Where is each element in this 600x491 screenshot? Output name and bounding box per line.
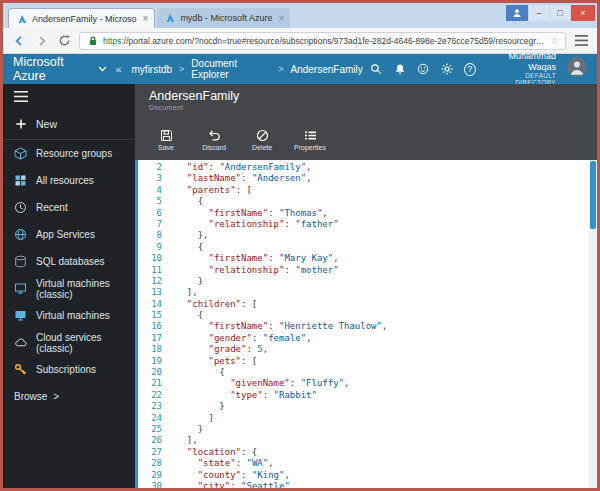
sidebar-item-cloud-services-classic[interactable]: Cloud services (classic) [3, 329, 135, 356]
code-line[interactable]: "type": "Rabbit" [176, 390, 597, 401]
tab-andersenfamily[interactable]: AndersenFamily - Microso × [8, 8, 155, 28]
tab-close-icon[interactable]: × [141, 13, 149, 24]
discard-button[interactable]: Discard [191, 123, 237, 156]
button-label: Delete [252, 144, 272, 151]
code-line[interactable]: "givenName": "Fluffy", [176, 378, 597, 389]
line-number: 25 [138, 424, 162, 435]
code-line[interactable]: ] [176, 413, 597, 424]
sidebar-item-app-services[interactable]: App Services [3, 221, 135, 248]
code-line[interactable]: ], [176, 287, 597, 298]
search-icon[interactable] [370, 62, 383, 76]
code-line[interactable]: "state": "WA", [176, 458, 597, 469]
code-line[interactable]: "firstName": "Mary Kay", [176, 253, 597, 264]
code-line[interactable]: { [176, 310, 597, 321]
sidebar-item-virtual-machines[interactable]: Virtual machines [3, 302, 135, 329]
sidebar-item-all-resources[interactable]: All resources [3, 167, 135, 194]
line-number: 6 [138, 208, 162, 219]
sidebar-item-label: Browse [14, 391, 47, 402]
back-icon[interactable] [10, 32, 27, 49]
code-line[interactable]: "parents": [ [176, 185, 597, 196]
address-bar[interactable]: https://portal.azure.com/?nocdn=true#res… [79, 32, 566, 50]
code-line[interactable]: "firstName": "Henriette Thaulow", [176, 321, 597, 332]
code-line[interactable]: "firstName": "Thomas", [176, 208, 597, 219]
code-line[interactable]: "children": [ [176, 299, 597, 310]
sidebar-item-subscriptions[interactable]: Subscriptions [3, 356, 135, 383]
breadcrumb-item-andersenfamily[interactable]: AndersenFamily [291, 64, 363, 75]
notifications-bell-icon[interactable] [393, 62, 406, 76]
line-number: 28 [138, 458, 162, 469]
sidebar-item-label: Recent [36, 202, 68, 213]
browser-menu-icon[interactable] [572, 32, 590, 50]
refresh-icon[interactable] [56, 32, 73, 49]
sidebar-item-virtual-machines-classic[interactable]: Virtual machines (classic) [3, 275, 135, 302]
chevron-down-icon[interactable] [98, 66, 107, 72]
save-button[interactable]: Save [143, 123, 189, 156]
line-number: 23 [138, 401, 162, 412]
code-line[interactable]: } [176, 276, 597, 287]
delete-button[interactable]: Delete [239, 123, 285, 156]
code-line[interactable]: "lastName": "Andersen", [176, 173, 597, 184]
json-editor[interactable]: 2345678910111213141516171819202122232425… [135, 160, 597, 488]
sidebar-item-recent[interactable]: Recent [3, 194, 135, 221]
page-title: AndersenFamily [149, 89, 583, 104]
undo-arrow-icon [208, 129, 221, 142]
code-line[interactable]: "pets": [ [176, 356, 597, 367]
url-scheme: https [103, 36, 121, 46]
code-line[interactable]: "id": "AndersenFamily", [176, 162, 597, 173]
profile-icon[interactable] [506, 5, 528, 21]
vm-monitor-icon [14, 309, 27, 322]
code-line[interactable]: { [176, 196, 597, 207]
code-line[interactable]: "grade": 5, [176, 344, 597, 355]
line-number: 11 [138, 265, 162, 276]
code-line[interactable]: "gender": "female", [176, 333, 597, 344]
forward-icon[interactable] [33, 32, 50, 49]
breadcrumb-collapse-icon[interactable]: « [115, 63, 121, 75]
sidebar-item-sql-databases[interactable]: SQL databases [3, 248, 135, 275]
help-icon[interactable]: ? [464, 63, 476, 76]
settings-gear-icon[interactable] [440, 62, 453, 76]
user-menu[interactable]: Muhammad Waqas DEFAULT DIRECTORY [487, 51, 556, 87]
tab-close-icon[interactable]: × [276, 13, 284, 24]
page-subtitle: Document [149, 104, 583, 111]
avatar[interactable] [567, 57, 587, 81]
breadcrumb-item-document-explorer[interactable]: Document Explorer [191, 58, 271, 80]
maximize-button[interactable]: □ [550, 5, 570, 21]
sidebar-item-label: Subscriptions [36, 364, 96, 375]
scrollbar-thumb[interactable] [590, 161, 596, 229]
code-area[interactable]: "id": "AndersenFamily", "lastName": "And… [168, 160, 597, 488]
sidebar-item-new[interactable]: New [3, 108, 135, 140]
sidebar-item-label: All resources [36, 175, 94, 186]
line-number: 7 [138, 219, 162, 230]
sidebar-item-resource-groups[interactable]: Resource groups [3, 140, 135, 167]
code-line[interactable]: { [176, 242, 597, 253]
minimize-button[interactable]: – [529, 5, 549, 21]
azure-topbar: Microsoft Azure « myfirstdb > Document E… [3, 54, 597, 84]
properties-list-icon [304, 129, 317, 142]
line-number: 13 [138, 287, 162, 298]
code-line[interactable]: "location": { [176, 447, 597, 458]
close-button[interactable]: × [571, 5, 595, 21]
breadcrumb-item-myfirstdb[interactable]: myfirstdb [132, 64, 173, 75]
feedback-icon[interactable] [417, 62, 430, 76]
button-label: Discard [202, 144, 226, 151]
sidebar-hamburger-icon[interactable] [3, 84, 135, 108]
bookmark-star-icon[interactable]: ☆ [550, 35, 559, 46]
code-line[interactable]: "county": "King", [176, 470, 597, 481]
sidebar-item-browse[interactable]: Browse > [3, 383, 135, 410]
code-line[interactable]: { [176, 367, 597, 378]
sidebar-item-label: Virtual machines [36, 310, 110, 321]
code-line[interactable]: "city": "Seattle" [176, 481, 597, 488]
tab-mydb[interactable]: mydb - Microsoft Azure × [157, 8, 290, 28]
code-line[interactable]: } [176, 401, 597, 412]
azure-brand[interactable]: Microsoft Azure [13, 55, 93, 83]
line-number: 17 [138, 333, 162, 344]
line-number: 16 [138, 321, 162, 332]
scrollbar-track[interactable] [589, 160, 597, 488]
code-line[interactable]: }, [176, 230, 597, 241]
code-line[interactable]: "relationship": "father" [176, 219, 597, 230]
code-line[interactable]: } [176, 424, 597, 435]
tab-title: mydb - Microsoft Azure [180, 13, 272, 23]
code-line[interactable]: ], [176, 435, 597, 446]
code-line[interactable]: "relationship": "mother" [176, 265, 597, 276]
properties-button[interactable]: Properties [287, 123, 333, 156]
